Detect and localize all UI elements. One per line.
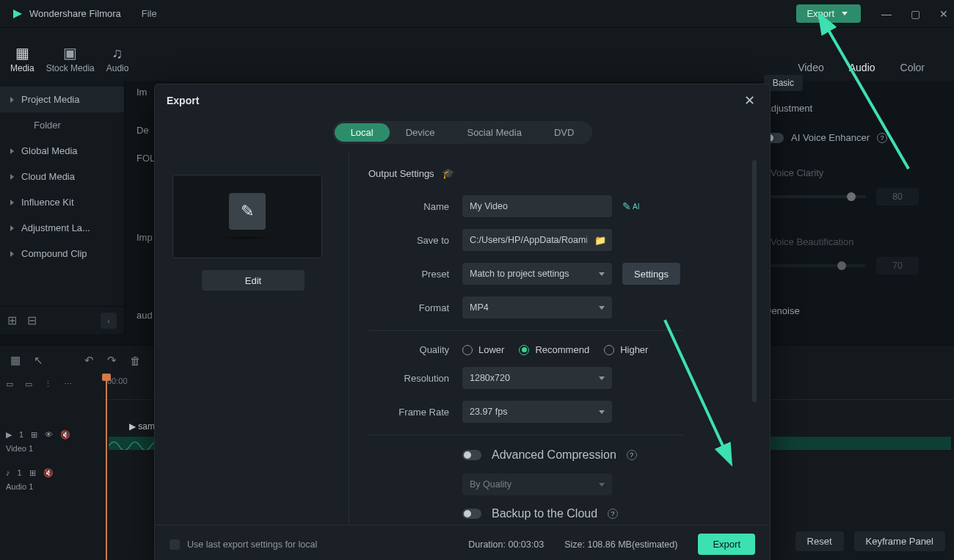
help-icon[interactable]: ? (627, 450, 637, 460)
quality-higher-radio[interactable]: Higher (604, 344, 648, 355)
folder-icon[interactable]: 📁 (594, 235, 606, 246)
size-value: 108.86 MB(estimated) (587, 539, 677, 550)
compression-mode-select[interactable]: By Quality (462, 473, 612, 495)
export-button[interactable]: Export (698, 534, 755, 555)
resolution-label: Resolution (368, 373, 462, 384)
divider (368, 330, 684, 331)
tab-dvd[interactable]: DVD (538, 123, 590, 142)
tab-stock-media[interactable]: ▣ Stock Media (46, 46, 95, 73)
advanced-compression-label: Advanced Compression (492, 448, 616, 462)
use-last-settings-label: Use last export settings for local (187, 539, 317, 550)
save-to-input[interactable]: C:/Users/HP/AppData/Roamin 📁 (462, 229, 612, 251)
tab-media-label: Media (10, 63, 34, 73)
export-dialog: Export ✕ Local Device Social Media DVD ✎… (154, 84, 771, 560)
quality-lower-radio[interactable]: Lower (462, 344, 504, 355)
audio-icon: ♫ (108, 46, 127, 60)
tab-media[interactable]: ▦ Media (10, 46, 34, 73)
framerate-select[interactable]: 23.97 fps (462, 401, 612, 423)
tab-audio-label: Audio (106, 63, 129, 73)
chevron-down-icon (599, 306, 605, 310)
backup-cloud-toggle[interactable] (462, 509, 481, 519)
export-top-label: Export (806, 8, 834, 19)
duration-value: 00:03:03 (508, 539, 544, 550)
window-maximize-icon[interactable]: ▢ (911, 8, 920, 20)
tab-audio[interactable]: ♫ Audio (106, 46, 129, 73)
chevron-down-icon (599, 483, 605, 487)
export-top-button[interactable]: Export (796, 4, 861, 23)
chevron-down-icon (599, 410, 605, 414)
export-destination-tabs: Local Device Social Media DVD (332, 121, 593, 144)
tab-local[interactable]: Local (335, 123, 390, 142)
size-label: Size: (564, 539, 585, 550)
thumbnail-preview: ✎ (172, 175, 322, 258)
preset-settings-button[interactable]: Settings (622, 263, 680, 285)
dialog-footer: Use last export settings for local Durat… (155, 525, 770, 560)
save-to-label: Save to (368, 235, 462, 246)
help-icon[interactable]: ? (608, 509, 618, 519)
modal-scrim: Export ✕ Local Device Social Media DVD ✎… (0, 81, 954, 560)
chevron-down-icon (599, 377, 605, 380)
name-label: Name (368, 201, 462, 212)
divider (368, 434, 684, 435)
name-input[interactable]: My Video (462, 195, 612, 217)
app-logo-icon (12, 8, 23, 20)
edit-thumbnail-icon[interactable]: ✎ (229, 193, 266, 230)
scrollbar[interactable] (752, 160, 757, 402)
resolution-select[interactable]: 1280x720 (462, 367, 612, 389)
tab-stock-label: Stock Media (46, 63, 95, 73)
framerate-label: Frame Rate (368, 407, 462, 418)
tab-social-media[interactable]: Social Media (451, 123, 537, 142)
edit-button[interactable]: Edit (202, 270, 305, 291)
menu-bar: File (142, 8, 157, 19)
quality-recommend-radio[interactable]: Recommend (519, 344, 589, 355)
preset-select[interactable]: Match to project settings (462, 263, 612, 285)
media-icon: ▦ (12, 46, 32, 60)
menu-file[interactable]: File (142, 8, 157, 19)
output-settings-heading: Output Settings (368, 168, 434, 179)
tab-device[interactable]: Device (390, 123, 451, 142)
quality-label: Quality (368, 344, 462, 355)
close-icon[interactable]: ✕ (741, 90, 758, 112)
graduation-cap-icon[interactable]: 🎓 (442, 167, 454, 179)
window-close-icon[interactable]: ✕ (939, 8, 948, 20)
inspector-tab-audio[interactable]: Audio (849, 62, 875, 73)
preset-label: Preset (368, 269, 462, 280)
title-bar: Wondershare Filmora File Export — ▢ ✕ (0, 0, 954, 28)
svg-marker-0 (13, 10, 22, 18)
duration-label: Duration: (468, 539, 506, 550)
window-minimize-icon[interactable]: — (881, 8, 892, 20)
chevron-down-icon (842, 12, 848, 15)
chevron-down-icon (599, 272, 605, 276)
app-name: Wondershare Filmora (29, 8, 121, 19)
format-select[interactable]: MP4 (462, 297, 612, 319)
quality-radio-group: Lower Recommend Higher (462, 344, 648, 355)
backup-cloud-label: Backup to the Cloud (492, 507, 597, 520)
ai-name-icon[interactable]: ✎AI (622, 200, 639, 212)
inspector-tab-color[interactable]: Color (900, 62, 925, 73)
advanced-compression-toggle[interactable] (462, 450, 481, 460)
workspace-tab-row: ▦ Media ▣ Stock Media ♫ Audio Video Audi… (0, 28, 954, 81)
format-label: Format (368, 302, 462, 313)
stock-media-icon: ▣ (61, 46, 80, 60)
use-last-settings-checkbox[interactable] (170, 539, 180, 550)
dialog-title: Export (167, 95, 199, 106)
inspector-tab-video[interactable]: Video (798, 62, 824, 73)
